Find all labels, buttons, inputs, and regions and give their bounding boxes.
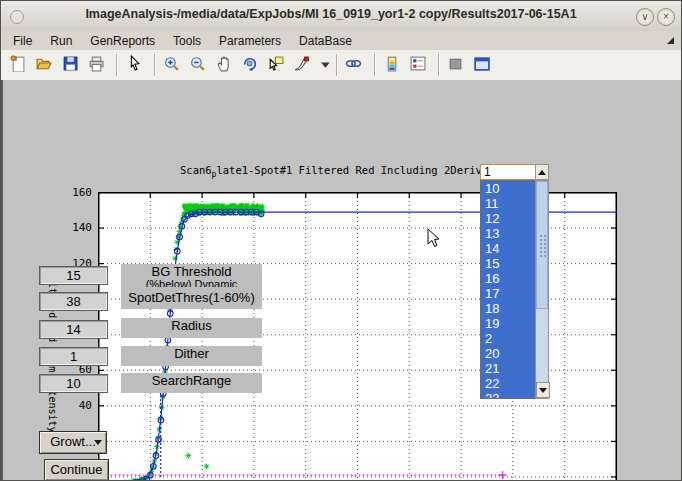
toolbar-separator	[154, 54, 156, 76]
list-item-20[interactable]: 20	[481, 346, 535, 361]
list-item-14[interactable]: 14	[481, 241, 535, 256]
param-label-searchrange: SearchRange	[121, 373, 262, 393]
continue-button[interactable]: Continue	[44, 459, 109, 481]
list-item-19[interactable]: 19	[481, 316, 535, 331]
list-item-11[interactable]: 11	[481, 196, 535, 211]
insert-colorbar-icon[interactable]	[383, 55, 403, 75]
zoom-in-icon[interactable]	[163, 55, 183, 75]
param-input-dither[interactable]	[39, 347, 108, 366]
menu-item-tools[interactable]: Tools	[164, 32, 210, 51]
plot-tools-icon[interactable]	[447, 55, 467, 75]
menu-item-parameters[interactable]: Parameters	[210, 32, 290, 51]
scrollbar-thumb[interactable]	[536, 181, 548, 309]
list-item-18[interactable]: 18	[481, 301, 535, 316]
list-item-15[interactable]: 15	[481, 256, 535, 271]
toolbar-separator	[374, 54, 376, 76]
spot-number-input[interactable]	[480, 164, 538, 180]
list-item-21[interactable]: 21	[481, 361, 535, 376]
pointer-icon[interactable]	[125, 55, 145, 75]
list-item-16[interactable]: 16	[481, 271, 535, 286]
rotate-3d-icon[interactable]	[241, 55, 261, 75]
insert-legend-icon[interactable]	[409, 55, 429, 75]
dropdown-scrollbar[interactable]	[535, 180, 549, 399]
title-bar: ImageAnalysis-/media/data/ExpJobs/MI 16_…	[1, 1, 681, 32]
pan-icon[interactable]	[215, 55, 235, 75]
y-tick-label: 140	[59, 221, 92, 234]
menu-overflow-icon[interactable]	[667, 37, 674, 44]
mouse-cursor-icon	[427, 228, 441, 249]
growth-dropdown-button[interactable]: Growt...	[39, 431, 107, 454]
list-item-2[interactable]: 2	[481, 331, 535, 346]
menu-item-run[interactable]: Run	[41, 32, 81, 51]
toolbar-separator	[336, 54, 338, 76]
shade-window-button[interactable]: ∨	[636, 8, 654, 26]
print-icon[interactable]	[87, 55, 107, 75]
list-item-13[interactable]: 13	[481, 226, 535, 241]
list-item-10[interactable]: 10	[481, 181, 535, 196]
list-item-17[interactable]: 17	[481, 286, 535, 301]
menu-item-genreports[interactable]: GenReports	[81, 32, 164, 51]
menu-bar: FileRunGenReportsToolsParametersDataBase	[1, 31, 681, 50]
zoom-out-icon[interactable]	[189, 55, 209, 75]
chevron-down-icon	[94, 440, 102, 445]
thumb-grip-icon	[539, 234, 547, 258]
toolbar-separator	[438, 54, 440, 76]
growth-dropdown-label: Growt...	[50, 434, 96, 449]
param-label-dither: Dither	[121, 346, 262, 366]
toolbar	[1, 50, 681, 81]
open-folder-icon[interactable]	[35, 55, 55, 75]
plot-title-rest: late1-Spot#1 Filtered Red Including 2Der…	[216, 164, 500, 176]
param-label-radius: Radius	[121, 318, 262, 338]
window-menu-icon[interactable]	[10, 10, 24, 24]
menu-item-file[interactable]: File	[4, 32, 41, 51]
scroll-down-button[interactable]	[536, 382, 550, 398]
close-window-button[interactable]: ×	[657, 8, 675, 26]
triangle-up-icon	[538, 170, 546, 175]
spot-number-list: 10111213141516171819220212223	[480, 180, 535, 399]
param-input-radius[interactable]	[39, 320, 108, 339]
save-icon[interactable]	[61, 55, 81, 75]
scroll-up-button[interactable]	[535, 164, 549, 180]
param-input-spotdetthres-1-60-[interactable]	[39, 292, 108, 311]
list-item-22[interactable]: 22	[481, 376, 535, 391]
brush-icon[interactable]	[293, 55, 313, 75]
list-item-23[interactable]: 23	[481, 391, 535, 399]
param-label-bg-threshold: BG Threshold(%below) Dynamic	[121, 264, 262, 290]
toolbar-separator	[116, 54, 118, 76]
param-label-spotdetthres-1-60-: SpotDetThres(1-60%)	[121, 290, 262, 309]
plot-title-prefix: Scan6	[180, 164, 212, 176]
new-file-icon[interactable]	[9, 55, 29, 75]
spot-number-dropdown: 10111213141516171819220212223	[480, 164, 549, 399]
triangle-down-icon	[539, 388, 547, 393]
list-item-12[interactable]: 12	[481, 211, 535, 226]
plot-title: Scan6plate1-Spot#1 Filtered Red Includin…	[180, 164, 501, 179]
menu-item-database[interactable]: DataBase	[290, 32, 361, 51]
app-window: ImageAnalysis-/media/data/ExpJobs/MI 16_…	[0, 0, 682, 481]
link-plots-icon[interactable]	[345, 55, 365, 75]
param-input-bg-threshold[interactable]	[39, 266, 108, 285]
y-tick-label: 40	[59, 399, 92, 412]
data-cursor-icon[interactable]	[267, 55, 287, 75]
y-tick-label: 160	[59, 186, 92, 199]
figure-canvas: Scan6plate1-Spot#1 Filtered Red Includin…	[1, 80, 681, 481]
window-title: ImageAnalysis-/media/data/ExpJobs/MI 16_…	[41, 7, 621, 21]
dock-figure-icon[interactable]	[473, 55, 493, 75]
param-input-searchrange[interactable]	[39, 374, 108, 393]
